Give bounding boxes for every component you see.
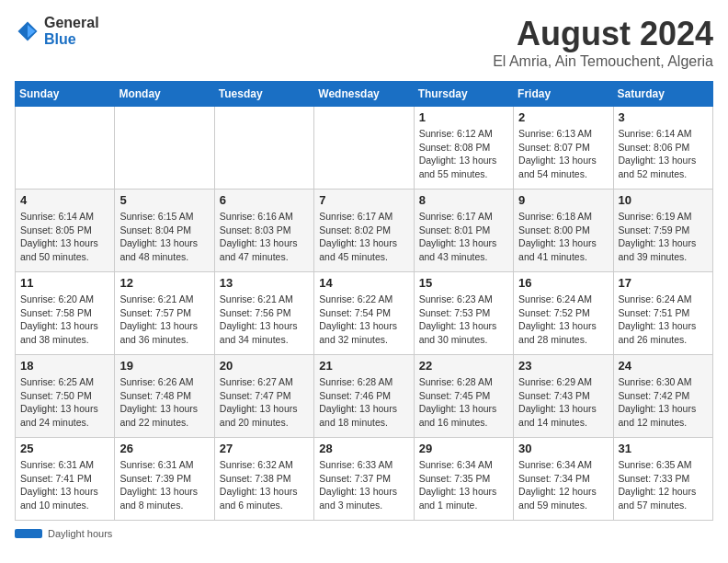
day-number: 18 (20, 359, 109, 373)
calendar-cell: 1Sunrise: 6:12 AM Sunset: 8:08 PM Daylig… (414, 107, 513, 190)
day-info: Sunrise: 6:19 AM Sunset: 7:59 PM Dayligh… (619, 210, 708, 264)
day-info: Sunrise: 6:13 AM Sunset: 8:07 PM Dayligh… (518, 127, 608, 181)
calendar-week-2: 4Sunrise: 6:14 AM Sunset: 8:05 PM Daylig… (16, 190, 713, 272)
calendar-cell: 11Sunrise: 6:20 AM Sunset: 7:58 PM Dayli… (16, 272, 115, 355)
calendar-cell: 18Sunrise: 6:25 AM Sunset: 7:50 PM Dayli… (16, 355, 115, 438)
day-number: 30 (518, 442, 608, 455)
day-info: Sunrise: 6:33 AM Sunset: 7:37 PM Dayligh… (319, 458, 408, 512)
day-info: Sunrise: 6:14 AM Sunset: 8:06 PM Dayligh… (619, 127, 708, 181)
day-info: Sunrise: 6:21 AM Sunset: 7:56 PM Dayligh… (220, 293, 309, 347)
day-info: Sunrise: 6:22 AM Sunset: 7:54 PM Dayligh… (319, 293, 408, 347)
day-info: Sunrise: 6:31 AM Sunset: 7:39 PM Dayligh… (119, 458, 209, 512)
day-info: Sunrise: 6:21 AM Sunset: 7:57 PM Dayligh… (119, 293, 209, 347)
day-number: 1 (419, 110, 508, 124)
calendar-cell (115, 107, 214, 190)
day-info: Sunrise: 6:30 AM Sunset: 7:42 PM Dayligh… (619, 375, 708, 430)
calendar-cell: 25Sunrise: 6:31 AM Sunset: 7:41 PM Dayli… (16, 438, 115, 521)
header: General Blue August 2024 El Amria, Ain T… (15, 15, 713, 70)
day-number: 7 (319, 193, 408, 207)
header-row: Sunday Monday Tuesday Wednesday Thursday… (16, 82, 713, 107)
footer: Daylight hours (15, 528, 713, 539)
calendar-week-3: 11Sunrise: 6:20 AM Sunset: 7:58 PM Dayli… (16, 272, 713, 355)
calendar-cell: 7Sunrise: 6:17 AM Sunset: 8:02 PM Daylig… (314, 190, 414, 272)
day-number: 21 (319, 359, 408, 373)
calendar-cell: 30Sunrise: 6:34 AM Sunset: 7:34 PM Dayli… (514, 438, 613, 521)
day-info: Sunrise: 6:28 AM Sunset: 7:45 PM Dayligh… (419, 375, 508, 430)
day-info: Sunrise: 6:24 AM Sunset: 7:51 PM Dayligh… (619, 293, 708, 347)
day-info: Sunrise: 6:29 AM Sunset: 7:43 PM Dayligh… (518, 375, 608, 430)
calendar-body: 1Sunrise: 6:12 AM Sunset: 8:08 PM Daylig… (16, 107, 713, 521)
logo-general: General (44, 15, 99, 30)
calendar-cell: 31Sunrise: 6:35 AM Sunset: 7:33 PM Dayli… (613, 438, 712, 521)
calendar-cell: 6Sunrise: 6:16 AM Sunset: 8:03 PM Daylig… (214, 190, 313, 272)
day-info: Sunrise: 6:26 AM Sunset: 7:48 PM Dayligh… (119, 375, 209, 430)
day-number: 20 (220, 359, 309, 373)
calendar-week-5: 25Sunrise: 6:31 AM Sunset: 7:41 PM Dayli… (16, 438, 713, 521)
day-number: 19 (119, 359, 209, 373)
day-number: 9 (518, 193, 608, 207)
day-number: 15 (419, 276, 508, 290)
calendar-cell: 28Sunrise: 6:33 AM Sunset: 7:37 PM Dayli… (314, 438, 414, 521)
calendar-cell: 13Sunrise: 6:21 AM Sunset: 7:56 PM Dayli… (214, 272, 313, 355)
day-info: Sunrise: 6:24 AM Sunset: 7:52 PM Dayligh… (518, 293, 608, 347)
calendar-cell: 24Sunrise: 6:30 AM Sunset: 7:42 PM Dayli… (613, 355, 712, 438)
col-thursday: Thursday (414, 82, 513, 107)
day-info: Sunrise: 6:31 AM Sunset: 7:41 PM Dayligh… (20, 458, 109, 512)
day-info: Sunrise: 6:34 AM Sunset: 7:35 PM Dayligh… (419, 458, 508, 512)
day-info: Sunrise: 6:35 AM Sunset: 7:33 PM Dayligh… (619, 458, 708, 512)
calendar-cell: 23Sunrise: 6:29 AM Sunset: 7:43 PM Dayli… (514, 355, 613, 438)
calendar-cell: 15Sunrise: 6:23 AM Sunset: 7:53 PM Dayli… (414, 272, 513, 355)
day-number: 2 (518, 110, 608, 124)
day-info: Sunrise: 6:28 AM Sunset: 7:46 PM Dayligh… (319, 375, 408, 430)
calendar-cell: 5Sunrise: 6:15 AM Sunset: 8:04 PM Daylig… (115, 190, 214, 272)
day-info: Sunrise: 6:27 AM Sunset: 7:47 PM Dayligh… (220, 375, 309, 430)
col-sunday: Sunday (16, 82, 115, 107)
logo-blue: Blue (44, 31, 76, 47)
calendar-cell (314, 107, 414, 190)
col-tuesday: Tuesday (214, 82, 313, 107)
calendar-cell: 10Sunrise: 6:19 AM Sunset: 7:59 PM Dayli… (613, 190, 712, 272)
footer-bar-icon (15, 529, 42, 538)
day-info: Sunrise: 6:15 AM Sunset: 8:04 PM Dayligh… (119, 210, 209, 264)
calendar-cell: 12Sunrise: 6:21 AM Sunset: 7:57 PM Dayli… (115, 272, 214, 355)
day-number: 12 (119, 276, 209, 290)
calendar-cell: 3Sunrise: 6:14 AM Sunset: 8:06 PM Daylig… (613, 107, 712, 190)
day-number: 22 (419, 359, 508, 373)
day-number: 29 (419, 442, 508, 455)
day-info: Sunrise: 6:14 AM Sunset: 8:05 PM Dayligh… (20, 210, 109, 264)
day-number: 27 (220, 442, 309, 455)
day-number: 4 (20, 193, 109, 207)
day-number: 23 (518, 359, 608, 373)
calendar-cell: 14Sunrise: 6:22 AM Sunset: 7:54 PM Dayli… (314, 272, 414, 355)
day-info: Sunrise: 6:17 AM Sunset: 8:02 PM Dayligh… (319, 210, 408, 264)
day-info: Sunrise: 6:18 AM Sunset: 8:00 PM Dayligh… (518, 210, 608, 264)
day-number: 11 (20, 276, 109, 290)
day-info: Sunrise: 6:23 AM Sunset: 7:53 PM Dayligh… (419, 293, 508, 347)
day-number: 16 (518, 276, 608, 290)
calendar-week-4: 18Sunrise: 6:25 AM Sunset: 7:50 PM Dayli… (16, 355, 713, 438)
calendar-cell: 20Sunrise: 6:27 AM Sunset: 7:47 PM Dayli… (214, 355, 313, 438)
day-number: 6 (220, 193, 309, 207)
footer-label: Daylight hours (48, 528, 112, 539)
title-area: August 2024 El Amria, Ain Temouchent, Al… (493, 15, 713, 70)
day-number: 14 (319, 276, 408, 290)
day-info: Sunrise: 6:20 AM Sunset: 7:58 PM Dayligh… (20, 293, 109, 347)
day-number: 28 (319, 442, 408, 455)
day-number: 3 (619, 110, 708, 124)
col-friday: Friday (514, 82, 613, 107)
calendar-cell: 4Sunrise: 6:14 AM Sunset: 8:05 PM Daylig… (16, 190, 115, 272)
calendar-cell (16, 107, 115, 190)
calendar-week-1: 1Sunrise: 6:12 AM Sunset: 8:08 PM Daylig… (16, 107, 713, 190)
calendar-cell: 27Sunrise: 6:32 AM Sunset: 7:38 PM Dayli… (214, 438, 313, 521)
calendar-header: Sunday Monday Tuesday Wednesday Thursday… (16, 82, 713, 107)
day-info: Sunrise: 6:32 AM Sunset: 7:38 PM Dayligh… (220, 458, 309, 512)
day-number: 8 (419, 193, 508, 207)
day-info: Sunrise: 6:25 AM Sunset: 7:50 PM Dayligh… (20, 375, 109, 430)
calendar-cell: 22Sunrise: 6:28 AM Sunset: 7:45 PM Dayli… (414, 355, 513, 438)
calendar-cell: 17Sunrise: 6:24 AM Sunset: 7:51 PM Dayli… (613, 272, 712, 355)
col-saturday: Saturday (613, 82, 712, 107)
calendar-cell (214, 107, 313, 190)
calendar-cell: 16Sunrise: 6:24 AM Sunset: 7:52 PM Dayli… (514, 272, 613, 355)
day-info: Sunrise: 6:12 AM Sunset: 8:08 PM Dayligh… (419, 127, 508, 181)
main-title: August 2024 (493, 15, 713, 53)
